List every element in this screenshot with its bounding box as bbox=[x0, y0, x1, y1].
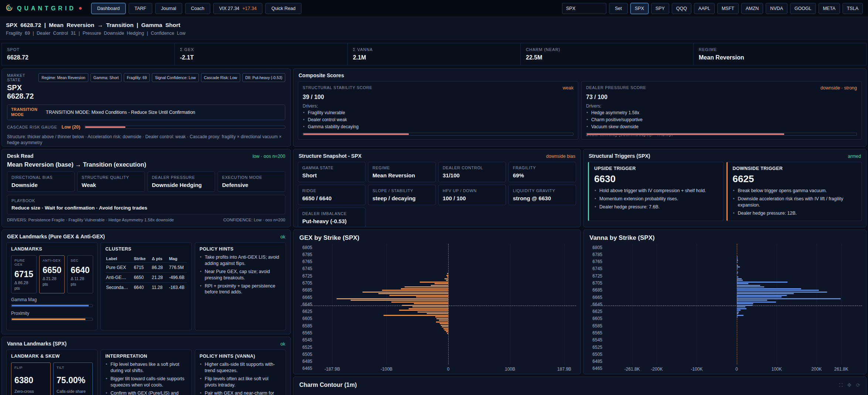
gex-bar bbox=[351, 300, 448, 301]
cell: 11.28 bbox=[151, 283, 168, 293]
driver-item: Fragility vulnerable bbox=[303, 110, 573, 116]
modebar-reset-icon[interactable]: ⟳ bbox=[856, 382, 860, 388]
playbook-card: PLAYBOOK Reduce size · Wait for confirma… bbox=[7, 195, 285, 214]
vix-change: +17.34 bbox=[242, 6, 257, 11]
vanna-bar bbox=[737, 308, 746, 309]
trigger-label: UPSIDE TRIGGER bbox=[594, 166, 718, 171]
cell-value: 31/100 bbox=[443, 172, 501, 178]
gex-bar bbox=[416, 296, 448, 297]
ticker-amzn-button[interactable]: AMZN bbox=[741, 3, 763, 14]
nav-journal-button[interactable]: Journal bbox=[155, 3, 182, 14]
dealer-control-cell: DEALER CONTROL 31/100 bbox=[438, 162, 506, 182]
symbol-input[interactable] bbox=[562, 3, 606, 14]
quick-read-button[interactable]: Quick Read bbox=[265, 3, 301, 14]
ticker-spx-button[interactable]: SPX bbox=[630, 3, 649, 14]
vanna-bar bbox=[737, 276, 738, 277]
modebar-zoom-icon[interactable]: ⛶ bbox=[839, 382, 843, 388]
ticker-qqq-button[interactable]: QQQ bbox=[672, 3, 691, 14]
hfv-cell: HFV UP / DOWN 100 / 100 bbox=[438, 185, 506, 205]
stats-row: SPOT 6628.72 Σ GEX -2.1T Σ VANNA 2.1M CH… bbox=[1, 43, 867, 65]
vanna-bar bbox=[737, 286, 765, 287]
tile-value: 6380 bbox=[14, 375, 47, 385]
ticker-googl-button[interactable]: GOOGL bbox=[790, 3, 816, 14]
gex-bar bbox=[445, 330, 448, 331]
interp-item: Bigger tilt toward calls-side supports s… bbox=[105, 376, 187, 388]
vanna-bar bbox=[737, 272, 738, 273]
cell: 6715 bbox=[133, 263, 151, 273]
vanna-plot-area[interactable] bbox=[606, 244, 862, 364]
stat-charm: CHARM (NEAR) 22.5M bbox=[520, 43, 694, 65]
stat-label: SPOT bbox=[7, 47, 169, 52]
vanna-bar bbox=[737, 315, 743, 316]
tile-delta: Δ 86.28 bbox=[14, 280, 33, 285]
y-tick-label: 6565 bbox=[592, 330, 602, 336]
cell-label: RIDGE bbox=[302, 188, 361, 193]
fragility-cell: FRAGILITY 69% bbox=[508, 162, 576, 182]
hint-item: Flip levels often act like soft vol pivo… bbox=[200, 376, 281, 388]
vanna-bar bbox=[737, 296, 782, 297]
y-tick-label: 6525 bbox=[592, 345, 602, 350]
policy-hints-list: Take profits into Anti-GEX LIS; avoid ad… bbox=[200, 254, 281, 295]
y-axis-labels: 6805678567656745672567056685666566456625… bbox=[295, 244, 316, 373]
ticker-aapl-button[interactable]: AAPL bbox=[694, 3, 715, 14]
gex-bar bbox=[382, 290, 448, 291]
ticker-spy-button[interactable]: SPY bbox=[651, 3, 669, 14]
tile-value: 75.00% bbox=[57, 375, 89, 385]
playbook-value: Reduce size · Wait for confirmation · Av… bbox=[11, 205, 281, 211]
zero-line bbox=[448, 244, 449, 364]
clusters-label: CLUSTERS bbox=[105, 246, 187, 252]
cell: 21.28 bbox=[151, 273, 168, 283]
x-tick-label: 0 bbox=[735, 367, 738, 372]
vanna-by-strike-chart: Vanna by Strike (SPX) 680567856765674567… bbox=[583, 229, 867, 374]
nav-coach-button[interactable]: Coach bbox=[185, 3, 210, 14]
gex-bar bbox=[412, 306, 448, 307]
interp-item: Confirm with GEX (Pure/LIS) and near-cha… bbox=[105, 390, 187, 395]
gex-bar bbox=[442, 326, 448, 327]
y-tick-label: 6745 bbox=[302, 266, 312, 271]
vanna-bar bbox=[737, 280, 743, 281]
ticker-tsla-button[interactable]: TSLA bbox=[843, 3, 863, 14]
vanna-bar bbox=[737, 285, 760, 286]
bullet-item: Hold above trigger with IV compression +… bbox=[594, 188, 718, 194]
cell-label: FRAGILITY bbox=[513, 166, 572, 170]
set-button[interactable]: Set bbox=[609, 3, 628, 14]
col-header: Δ pts bbox=[151, 255, 168, 263]
market-state-label: MARKET STATE bbox=[7, 73, 38, 82]
col-header: Strike bbox=[133, 255, 151, 263]
stat-gex: Σ GEX -2.1T bbox=[174, 43, 348, 65]
driver-item: Vacuum skew downside bbox=[586, 124, 857, 130]
gridline bbox=[332, 244, 333, 364]
gridline bbox=[817, 244, 817, 364]
ticker-meta-button[interactable]: META bbox=[818, 3, 840, 14]
panel-status: downside bias bbox=[546, 154, 575, 159]
x-tick-label: 0 bbox=[447, 367, 450, 372]
nav-tarf-button[interactable]: TARF bbox=[129, 3, 152, 14]
vix-button[interactable]: VIX 27.34+17.34 bbox=[213, 3, 263, 14]
modebar-pan-icon[interactable]: ✥ bbox=[847, 382, 852, 388]
clusters-table: Label Strike Δ pts Mag Pure GEX 6715 86.… bbox=[105, 255, 187, 292]
drivers-list: Fragility vulnerable Dealer control weak… bbox=[303, 110, 573, 130]
gridline bbox=[697, 244, 697, 364]
x-axis-labels: -187.9B-100B0100B187.9B bbox=[316, 364, 576, 373]
ticker-msft-button[interactable]: MSFT bbox=[717, 3, 739, 14]
desk-confidence: CONFIDENCE: Low · oos n=200 bbox=[223, 218, 285, 222]
y-tick-label: 6645 bbox=[592, 302, 602, 307]
col-header: Label bbox=[105, 255, 133, 263]
tilt-tile: TILT 75.00% Calls-side share bbox=[53, 362, 93, 395]
nav-dashboard-button[interactable]: Dashboard bbox=[91, 3, 126, 14]
gex-bar bbox=[405, 286, 449, 287]
gridline bbox=[564, 244, 565, 364]
drivers-list: Hedge asymmetry 1.58x Charm positive/sup… bbox=[586, 110, 857, 130]
card-label: DEALER PRESSURE bbox=[152, 175, 211, 180]
tile-label: SEC bbox=[71, 258, 89, 262]
header-band: SPX 6628.72 | Mean Reversion → Transitio… bbox=[0, 17, 868, 40]
gex-plot-area[interactable] bbox=[316, 244, 576, 364]
vanna-bar bbox=[737, 273, 738, 274]
card-label: EXECUTION MODE bbox=[222, 175, 281, 180]
ticker-nvda-button[interactable]: NVDA bbox=[766, 3, 787, 14]
spot-line bbox=[591, 306, 862, 306]
charm-contour-panel: Charm Contour (1m) ⛶ ✥ ⟳ bbox=[293, 377, 867, 395]
cell-value: 69% bbox=[513, 172, 572, 178]
card-value: Downside bbox=[11, 182, 70, 188]
y-tick-label: 6605 bbox=[302, 316, 312, 321]
